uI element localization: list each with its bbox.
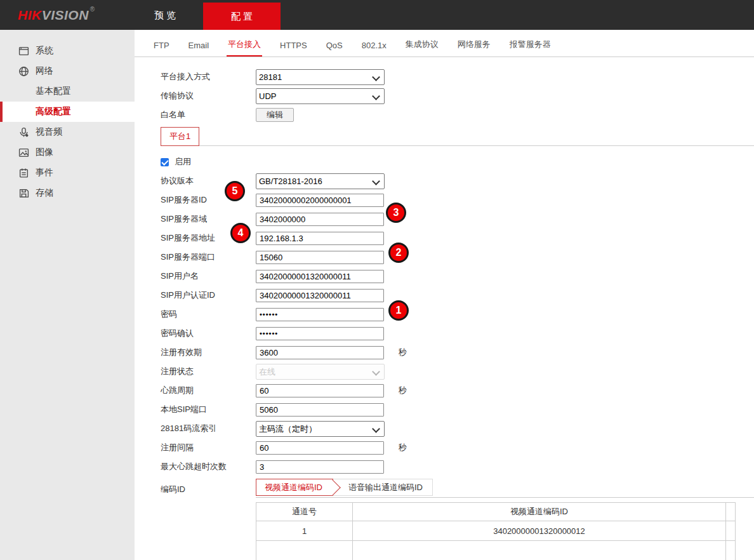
logo-hik: HIK (18, 8, 42, 23)
heartbeat-period-unit: 秒 (399, 385, 407, 396)
whitelist-label: 白名单 (161, 109, 256, 121)
transport-protocol-label: 传输协议 (161, 90, 256, 102)
sidebar-item-basic-config[interactable]: 基本配置 (0, 81, 135, 102)
heartbeat-period-input[interactable] (256, 384, 384, 397)
channel-table-header-spacer (726, 503, 736, 521)
tab-audio-output-channel-encoding-id[interactable]: 语音输出通道编码ID (333, 479, 433, 496)
encoding-id-cell: 34020000001320000012 (353, 521, 726, 541)
protocol-version-select-wrap: GB/T28181-2016 (256, 173, 385, 189)
channel-table-header-encoding-id: 视频通道编码ID (353, 503, 726, 521)
annotation-circle-2: 2 (388, 243, 409, 263)
password-confirm-label: 密码确认 (161, 328, 256, 339)
tab-email[interactable]: Email (187, 41, 211, 57)
logo-registered-mark: ® (90, 6, 95, 13)
sip-server-address-input[interactable] (256, 232, 384, 245)
image-icon (18, 147, 29, 158)
tab-network-service[interactable]: 网络服务 (456, 39, 492, 57)
spacer-cell (726, 521, 736, 541)
app-header: HIKVISION® 预 览 配 置 (0, 0, 754, 30)
register-status-label: 注册状态 (161, 366, 256, 377)
register-interval-label: 注册间隔 (161, 442, 256, 453)
sip-auth-id-input[interactable] (256, 289, 384, 302)
max-heartbeat-timeout-input[interactable] (256, 460, 384, 474)
tab-https[interactable]: HTTPS (279, 41, 308, 57)
tab-platform-access[interactable]: 平台接入 (227, 39, 262, 57)
sip-server-domain-input[interactable] (256, 213, 384, 226)
tab-qos[interactable]: QoS (325, 41, 344, 57)
sidebar-item-label: 事件 (36, 167, 53, 178)
platform-access-mode-select-wrap: 28181 (256, 69, 385, 85)
tab-config[interactable]: 配 置 (203, 3, 281, 30)
tab-alarm-server[interactable]: 报警服务器 (508, 39, 552, 57)
channel-table: 通道号 视频通道编码ID 1 34020000001320000012 (256, 502, 736, 560)
annotation-circle-3: 3 (386, 203, 406, 223)
sidebar-item-system[interactable]: 系统 (0, 41, 135, 61)
tab-ftp[interactable]: FTP (152, 41, 171, 57)
system-icon (18, 46, 29, 57)
password-label: 密码 (161, 309, 256, 320)
tab-video-channel-encoding-id[interactable]: 视频通道编码ID (256, 479, 333, 496)
platform-access-mode-select[interactable]: 28181 (256, 69, 385, 85)
register-validity-label: 注册有效期 (161, 347, 256, 358)
sidebar-item-label: 视音频 (36, 126, 62, 138)
tab-preview[interactable]: 预 览 (142, 0, 188, 30)
table-row[interactable] (256, 541, 736, 560)
local-sip-port-input[interactable] (256, 403, 384, 417)
register-interval-input[interactable] (256, 441, 384, 455)
protocol-version-select[interactable]: GB/T28181-2016 (256, 173, 385, 189)
encoding-id-tabs: 视频通道编码ID 语音输出通道编码ID (256, 479, 754, 498)
stream-index-select-wrap: 主码流（定时） (256, 421, 385, 437)
tab-8021x[interactable]: 802.1x (360, 41, 388, 57)
main-content: FTP Email 平台接入 HTTPS QoS 802.1x 集成协议 网络服… (135, 30, 754, 560)
sidebar-item-label: 高级配置 (36, 106, 71, 117)
max-heartbeat-timeout-label: 最大心跳超时次数 (161, 461, 256, 472)
sidebar-item-image[interactable]: 图像 (0, 142, 135, 163)
sidebar-item-audio-video[interactable]: 视音频 (0, 122, 135, 142)
sidebar-item-label: 基本配置 (36, 86, 71, 97)
transport-protocol-select-wrap: UDP (256, 88, 385, 104)
sidebar-item-label: 图像 (36, 147, 53, 158)
platform-tab-row: 平台1 (161, 127, 754, 146)
hikvision-logo: HIKVISION® (18, 0, 95, 30)
register-status-select: 在线 (256, 364, 385, 380)
password-confirm-input[interactable] (256, 327, 384, 340)
enable-label: 启用 (175, 156, 191, 168)
local-sip-port-label: 本地SIP端口 (161, 404, 256, 415)
transport-protocol-select[interactable]: UDP (256, 88, 385, 104)
sidebar-item-label: 存储 (36, 187, 53, 199)
stream-index-label: 28181码流索引 (161, 423, 256, 434)
event-icon (18, 168, 29, 178)
tab-integration-protocol[interactable]: 集成协议 (404, 39, 440, 57)
channel-cell (256, 541, 353, 560)
sip-server-port-label: SIP服务器端口 (161, 251, 256, 263)
sidebar-item-event[interactable]: 事件 (0, 163, 135, 183)
platform-access-form: 平台接入方式 28181 传输协议 UDP 白名单 编辑 平台1 启用 协议版本… (135, 57, 754, 560)
register-validity-unit: 秒 (399, 347, 407, 358)
sidebar-item-advanced-config[interactable]: 高级配置 (0, 102, 135, 122)
table-row[interactable]: 1 34020000001320000012 (256, 521, 736, 541)
whitelist-edit-button[interactable]: 编辑 (256, 108, 294, 122)
annotation-circle-5: 5 (225, 181, 245, 201)
sip-server-port-input[interactable] (256, 251, 384, 264)
channel-cell: 1 (256, 521, 353, 541)
stream-index-select[interactable]: 主码流（定时） (256, 421, 385, 437)
tab-platform-1[interactable]: 平台1 (161, 127, 199, 146)
sidebar-item-storage[interactable]: 存储 (0, 183, 135, 203)
sip-username-input[interactable] (256, 270, 384, 283)
sidebar-item-label: 网络 (36, 65, 53, 77)
network-icon (18, 66, 29, 77)
register-validity-input[interactable] (256, 346, 384, 359)
sidebar-item-network[interactable]: 网络 (0, 61, 135, 81)
audio-video-icon (18, 127, 29, 138)
sip-username-label: SIP用户名 (161, 270, 256, 282)
enable-checkbox[interactable] (161, 158, 169, 166)
logo-vision: VISION (42, 8, 89, 23)
annotation-circle-4: 4 (230, 223, 251, 243)
sip-auth-id-label: SIP用户认证ID (161, 290, 256, 301)
sidebar-item-label: 系统 (36, 45, 53, 57)
password-input[interactable] (256, 308, 384, 321)
encoding-id-cell (353, 541, 726, 560)
settings-tabbar: FTP Email 平台接入 HTTPS QoS 802.1x 集成协议 网络服… (135, 30, 754, 57)
sip-server-id-input[interactable] (256, 194, 384, 207)
annotation-circle-1: 1 (388, 300, 409, 321)
